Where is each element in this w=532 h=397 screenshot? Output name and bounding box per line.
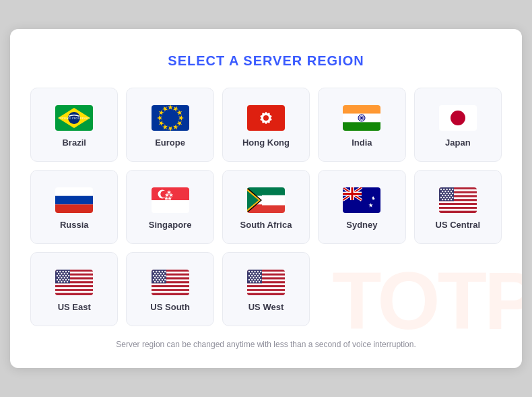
svg-rect-70 xyxy=(343,193,362,195)
svg-point-104 xyxy=(447,194,448,195)
region-singapore[interactable]: Singapore xyxy=(126,170,213,244)
svg-rect-40 xyxy=(55,187,93,196)
svg-text:ORDEM E PROGRESSO: ORDEM E PROGRESSO xyxy=(59,117,90,120)
svg-rect-126 xyxy=(55,291,93,293)
region-hongkong-label: Hong Kong xyxy=(242,138,290,148)
svg-point-187 xyxy=(162,276,164,278)
svg-point-24 xyxy=(263,115,269,121)
svg-rect-86 xyxy=(439,210,477,212)
flag-useast xyxy=(55,270,93,295)
region-india-label: India xyxy=(352,138,372,148)
svg-point-142 xyxy=(68,274,69,276)
svg-point-175 xyxy=(154,272,156,274)
svg-point-221 xyxy=(251,274,253,276)
svg-point-235 xyxy=(253,280,254,282)
region-southafrica-label: South Africa xyxy=(240,220,292,230)
svg-point-226 xyxy=(253,276,254,278)
region-sydney[interactable]: Sydney xyxy=(318,170,405,244)
svg-point-137 xyxy=(67,272,68,274)
svg-point-212 xyxy=(251,270,253,272)
region-india[interactable]: India xyxy=(318,88,405,162)
region-brazil[interactable]: ORDEM E PROGRESSO Brazil xyxy=(30,88,118,162)
svg-point-140 xyxy=(63,274,64,276)
svg-point-193 xyxy=(154,280,156,282)
svg-point-114 xyxy=(451,198,452,200)
svg-point-144 xyxy=(61,276,62,278)
region-hongkong[interactable]: Hong Kong xyxy=(222,88,310,162)
flag-ussouth xyxy=(152,270,189,295)
svg-point-222 xyxy=(254,274,255,276)
svg-rect-42 xyxy=(55,204,93,213)
region-grid-row3: US East xyxy=(30,252,502,326)
svg-point-230 xyxy=(251,278,253,280)
svg-point-98 xyxy=(443,192,444,193)
svg-rect-122 xyxy=(55,283,93,285)
svg-point-148 xyxy=(59,278,61,280)
svg-point-95 xyxy=(447,190,448,191)
svg-point-188 xyxy=(152,278,154,280)
region-southafrica[interactable]: South Africa xyxy=(222,170,310,244)
svg-point-129 xyxy=(57,270,58,272)
svg-point-182 xyxy=(161,274,162,276)
svg-point-173 xyxy=(161,270,162,272)
region-ussouth-label: US South xyxy=(150,302,190,312)
svg-point-108 xyxy=(446,196,447,197)
svg-rect-209 xyxy=(247,293,285,295)
svg-point-93 xyxy=(442,190,443,191)
svg-point-190 xyxy=(158,278,160,280)
region-grid-row2: Russia xyxy=(30,170,502,244)
svg-rect-168 xyxy=(152,293,189,295)
svg-point-171 xyxy=(156,270,157,272)
svg-point-132 xyxy=(65,270,67,272)
svg-point-96 xyxy=(451,190,452,191)
region-sydney-label: Sydney xyxy=(346,220,377,230)
svg-rect-124 xyxy=(55,287,93,289)
server-region-card: TOTP SELECT A SERVER REGION ORDEM E PROG… xyxy=(10,29,522,368)
svg-point-145 xyxy=(64,276,65,278)
region-brazil-label: Brazil xyxy=(62,138,86,148)
svg-rect-81 xyxy=(439,201,477,203)
svg-point-184 xyxy=(154,276,156,278)
region-uswest[interactable]: US West xyxy=(222,252,310,326)
region-japan[interactable]: Japan xyxy=(414,88,502,162)
svg-point-139 xyxy=(59,274,61,276)
region-ussouth[interactable]: US South xyxy=(126,252,213,326)
svg-point-106 xyxy=(440,196,442,197)
svg-rect-27 xyxy=(343,122,380,131)
svg-point-99 xyxy=(446,192,447,193)
svg-point-186 xyxy=(160,276,161,278)
svg-rect-163 xyxy=(152,283,189,285)
svg-point-112 xyxy=(444,198,446,200)
region-singapore-label: Singapore xyxy=(149,220,192,230)
svg-rect-83 xyxy=(439,205,477,207)
svg-point-211 xyxy=(248,270,250,272)
svg-point-224 xyxy=(260,274,261,276)
svg-rect-165 xyxy=(152,287,189,289)
page-title: SELECT A SERVER REGION xyxy=(30,53,502,69)
svg-point-136 xyxy=(64,272,65,274)
svg-rect-41 xyxy=(55,195,93,204)
svg-rect-204 xyxy=(247,283,285,285)
svg-point-88 xyxy=(440,188,442,189)
svg-point-101 xyxy=(452,192,453,193)
flag-russia xyxy=(55,187,93,213)
svg-point-217 xyxy=(253,272,254,274)
svg-point-131 xyxy=(63,270,64,272)
svg-point-113 xyxy=(447,198,448,200)
region-europe-label: Europe xyxy=(155,138,185,148)
svg-point-154 xyxy=(64,280,65,282)
svg-point-170 xyxy=(152,270,154,272)
region-uscentral[interactable]: US Central xyxy=(414,170,502,244)
region-russia[interactable]: Russia xyxy=(30,170,118,244)
footer-note: Server region can be changed anytime wit… xyxy=(30,340,502,349)
svg-point-174 xyxy=(164,270,166,272)
svg-point-92 xyxy=(452,188,453,189)
flag-sydney xyxy=(343,187,380,213)
svg-point-130 xyxy=(59,270,61,272)
svg-point-214 xyxy=(257,270,259,272)
svg-point-223 xyxy=(257,274,259,276)
svg-rect-207 xyxy=(247,289,285,291)
region-useast[interactable]: US East xyxy=(30,252,118,326)
region-europe[interactable]: Europe xyxy=(126,88,213,162)
svg-point-225 xyxy=(250,276,251,278)
